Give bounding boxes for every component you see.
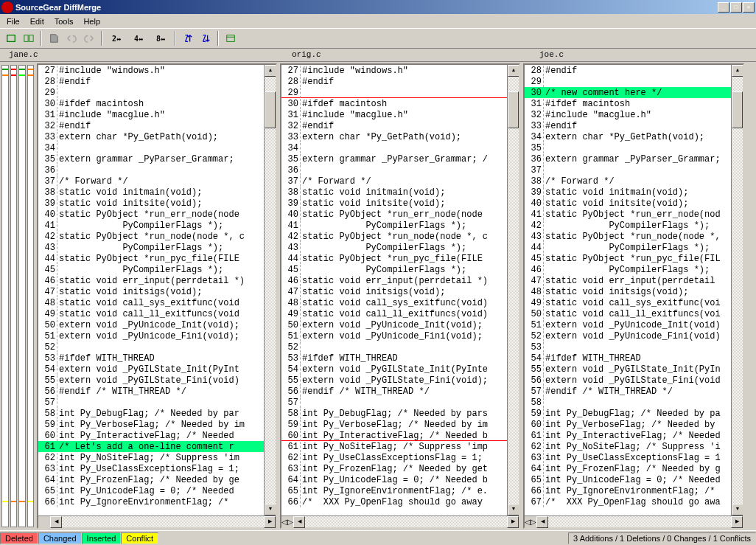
scroll-thumb[interactable]: [508, 91, 519, 128]
code-line[interactable]: 39static void initsite(void);: [38, 198, 264, 209]
code-line[interactable]: 61int Py_InteractiveFlag; /* Needed: [525, 430, 731, 441]
code-line[interactable]: 63int Py_FrozenFlag; /* Needed by get: [281, 463, 507, 474]
undo-button[interactable]: [63, 30, 80, 46]
menu-edit[interactable]: Edit: [25, 15, 49, 27]
code-line[interactable]: 61/* Let's add a one-line comment r: [38, 441, 264, 452]
code-line[interactable]: 45 PyCompilerFlags *);: [38, 264, 264, 275]
code-line[interactable]: 63int Py_UseClassExceptionsFlag = 1: [525, 452, 731, 463]
code-line[interactable]: 44 PyCompilerFlags *);: [525, 242, 731, 253]
code-line[interactable]: 32#endif: [281, 120, 507, 131]
code-line[interactable]: 57#endif /* WITH_THREAD */: [525, 386, 731, 397]
code-line[interactable]: 42static PyObject *run_node(node *, c: [281, 231, 507, 242]
code-line[interactable]: 52: [281, 341, 507, 353]
code-line[interactable]: 53#ifdef WITH_THREAD: [38, 353, 264, 364]
scroll-up-button[interactable]: ▲: [732, 65, 743, 77]
code-line[interactable]: 43 PyCompilerFlags *);: [281, 242, 507, 253]
code-line[interactable]: 60int Py_VerboseFlag; /* Needed by: [525, 419, 731, 430]
code-line[interactable]: 32#endif: [38, 120, 264, 131]
code-line[interactable]: 52: [38, 341, 264, 353]
code-line[interactable]: 47static void initsigs(void);: [38, 286, 264, 297]
code-line[interactable]: 53: [525, 341, 731, 353]
code-line[interactable]: 58: [525, 397, 731, 408]
code-line[interactable]: 38static void initmain(void);: [38, 187, 264, 198]
code-area[interactable]: 28#endif2930/* new comment here */31#ifd…: [525, 65, 731, 516]
context-4-button[interactable]: 4↔: [128, 30, 149, 46]
scroll-thumb[interactable]: [265, 91, 276, 128]
overview-lane[interactable]: [18, 65, 26, 527]
code-line[interactable]: 50extern void _PyUnicode_Init(void);: [38, 319, 264, 330]
code-line[interactable]: 62int Py_UseClassExceptionsFlag = 1;: [281, 452, 507, 463]
menu-tools[interactable]: Tools: [49, 15, 79, 27]
code-line[interactable]: 50extern void _PyUnicode_Init(void);: [281, 319, 507, 330]
code-line[interactable]: 49static void call_ll_exitfuncs(void: [38, 308, 264, 319]
code-line[interactable]: 66int Py_IgnoreEnvironmentFlag; /*: [38, 496, 264, 507]
code-line[interactable]: 30/* new comment here */: [525, 87, 731, 98]
splitter-icon[interactable]: ◁▷: [281, 516, 293, 527]
overview-lane[interactable]: [1, 65, 9, 527]
splitter-icon[interactable]: ◁▷: [525, 516, 536, 527]
code-line[interactable]: 39static void initsite(void);: [281, 198, 507, 209]
code-line[interactable]: 51extern void _PyUnicode_Init(void): [525, 319, 731, 330]
code-line[interactable]: 27#include "windows.h": [281, 65, 507, 76]
scroll-down-button[interactable]: ▼: [265, 504, 276, 516]
code-line[interactable]: 56#endif /* WITH_THREAD */: [281, 386, 507, 397]
save-button[interactable]: [46, 30, 62, 46]
code-line[interactable]: 57: [38, 397, 264, 408]
code-line[interactable]: 36extern grammar _PyParser_Grammar;: [525, 153, 731, 164]
code-line[interactable]: 35extern grammar _PyParser_Grammar; /: [281, 153, 507, 164]
scroll-left-button[interactable]: ◀: [293, 516, 305, 528]
code-line[interactable]: 47static void initsigs(void);: [281, 286, 507, 297]
code-line[interactable]: 58int Py_DebugFlag; /* Needed by pars: [281, 408, 507, 419]
vertical-scrollbar[interactable]: ▲▼: [731, 65, 743, 516]
code-line[interactable]: 54extern void _PyGILState_Init(PyInt: [38, 364, 264, 375]
scroll-right-button[interactable]: ▶: [264, 516, 276, 528]
code-line[interactable]: 32#include "macglue.h": [525, 109, 731, 120]
code-line[interactable]: 46 PyCompilerFlags *);: [525, 264, 731, 275]
minimize-button[interactable]: _: [718, 2, 729, 13]
code-line[interactable]: 62int Py_NoSiteFlag; /* Suppress 'i: [525, 441, 731, 452]
code-line[interactable]: 48static void initsigs(void);: [525, 286, 731, 297]
code-line[interactable]: 29: [38, 87, 264, 98]
code-line[interactable]: 55extern void _PyGILState_Fini(void);: [281, 375, 507, 386]
code-line[interactable]: 64int Py_FrozenFlag; /* Needed by ge: [38, 474, 264, 485]
scroll-left-button[interactable]: ◀: [50, 516, 62, 528]
code-line[interactable]: 31#include "macglue.h": [38, 109, 264, 120]
code-line[interactable]: 53#ifdef WITH_THREAD: [281, 353, 507, 364]
code-line[interactable]: 34extern char *Py_GetPath(void);: [525, 131, 731, 142]
code-line[interactable]: 66int Py_IgnoreEnvironmentFlag; /*: [525, 485, 731, 496]
code-line[interactable]: 46static void err_input(perrdetail *): [38, 275, 264, 286]
code-line[interactable]: 63int Py_UseClassExceptionsFlag = 1;: [38, 463, 264, 474]
code-line[interactable]: 56extern void _PyGILState_Fini(void: [525, 375, 731, 386]
code-line[interactable]: 55extern void _PyGILState_Init(PyIn: [525, 364, 731, 375]
code-line[interactable]: 38/* Forward */: [525, 176, 731, 187]
horizontal-scrollbar[interactable]: ◁▷◀▶: [525, 516, 743, 527]
code-line[interactable]: 58int Py_DebugFlag; /* Needed by par: [38, 408, 264, 419]
close-button[interactable]: ×: [743, 2, 755, 13]
code-line[interactable]: 40static PyObject *run_err_node(node: [38, 209, 264, 220]
code-line[interactable]: 61int Py_NoSiteFlag; /* Suppress 'imp: [281, 441, 507, 452]
settings-button[interactable]: [223, 30, 239, 46]
code-line[interactable]: 42 PyCompilerFlags *);: [525, 220, 731, 231]
overview-strip[interactable]: [0, 62, 35, 530]
overview-lane[interactable]: [10, 65, 18, 527]
scroll-down-button[interactable]: ▼: [732, 504, 743, 516]
code-line[interactable]: 50static void call_ll_exitfuncs(voi: [525, 308, 731, 319]
code-line[interactable]: 43static PyObject *run_node(node *,: [525, 231, 731, 242]
code-line[interactable]: 37/* Forward */: [281, 176, 507, 187]
code-line[interactable]: 29: [525, 76, 731, 87]
menu-help[interactable]: Help: [78, 15, 105, 27]
code-line[interactable]: 56#endif /* WITH_THREAD */: [38, 386, 264, 397]
code-line[interactable]: 59int Py_VerboseFlag; /* Needed by im: [38, 419, 264, 430]
code-line[interactable]: 38static void initmain(void);: [281, 187, 507, 198]
code-line[interactable]: 42static PyObject *run_node(node *, c: [38, 231, 264, 242]
scroll-right-button[interactable]: ▶: [507, 516, 519, 528]
code-line[interactable]: 27#include "windows.h": [38, 65, 264, 76]
redo-button[interactable]: [81, 30, 97, 46]
code-line[interactable]: 47static void err_input(perrdetail: [525, 275, 731, 286]
code-line[interactable]: 40static void initsite(void);: [525, 198, 731, 209]
code-line[interactable]: 37: [525, 164, 731, 176]
code-line[interactable]: 46static void err_input(perrdetail *): [281, 275, 507, 286]
code-area[interactable]: 27#include "windows.h"28#endif2930#ifdef…: [38, 65, 264, 516]
overview-lane[interactable]: [27, 65, 35, 527]
code-line[interactable]: 28#endif: [281, 76, 507, 87]
